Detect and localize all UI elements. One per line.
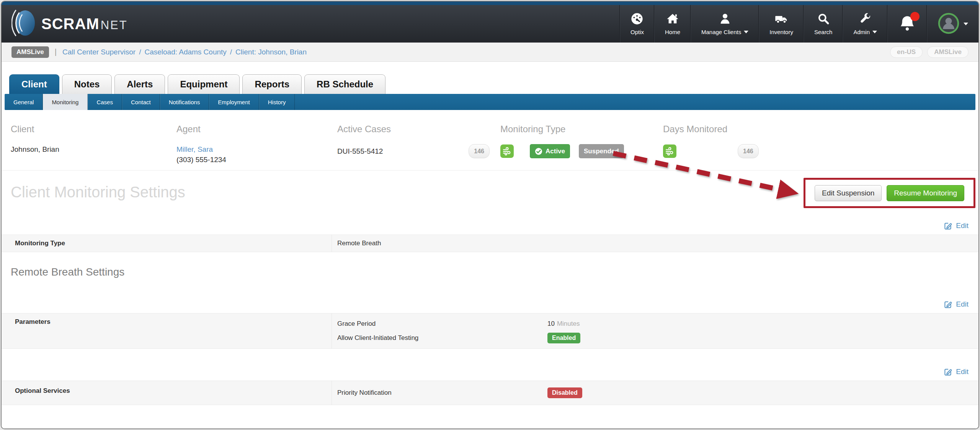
status-badge-suspended: Suspended xyxy=(579,144,624,158)
nav-notifications[interactable] xyxy=(887,5,927,43)
person-icon xyxy=(719,13,731,26)
tab-equipment[interactable]: Equipment xyxy=(168,74,240,94)
priority-notification-label: Priority Notification xyxy=(337,389,547,397)
case-count-badge: 146 xyxy=(469,144,490,158)
client-name: Johnson, Brian xyxy=(11,144,176,154)
scramnet-logo-icon xyxy=(11,8,36,39)
agent-name-link[interactable]: Miller, Sara xyxy=(176,145,213,153)
tab-client[interactable]: Client xyxy=(9,74,59,94)
active-cases-label: Active Cases xyxy=(337,124,500,135)
caret-down-icon xyxy=(872,31,877,33)
breadcrumb: Call Center Supervisor / Caseload: Adams… xyxy=(62,48,307,56)
suspension-actions-callout: Edit Suspension Resume Monitoring xyxy=(804,178,975,208)
tab-alerts[interactable]: Alerts xyxy=(114,74,165,94)
monitoring-type-row: Monitoring Type Remote Breath xyxy=(2,235,978,252)
optional-services-row: Optional Services Priority Notification … xyxy=(2,381,978,405)
remote-breath-icon xyxy=(663,144,676,158)
edit-pencil-icon xyxy=(944,368,952,376)
edit-parameters-link[interactable]: Edit xyxy=(944,300,969,309)
main-content: Client Notes Alerts Equipment Reports RB… xyxy=(2,62,978,428)
tab-reports[interactable]: Reports xyxy=(242,74,302,94)
subtab-monitoring[interactable]: Monitoring xyxy=(43,94,88,110)
nav-search[interactable]: Search xyxy=(804,5,843,43)
nav-optix[interactable]: Optix xyxy=(620,5,654,43)
monitoring-type-row-label: Monitoring Type xyxy=(2,235,332,252)
enabled-badge: Enabled xyxy=(547,333,580,343)
top-navbar: SCRAMNET Optix Home xyxy=(2,5,978,43)
remote-breath-settings-title: Remote Breath Settings xyxy=(11,265,978,279)
resume-monitoring-button[interactable]: Resume Monitoring xyxy=(887,185,964,201)
nav-account-menu[interactable] xyxy=(927,5,978,43)
client-initiated-testing-label: Allow Client-Initiated Testing xyxy=(337,334,547,342)
gauge-icon xyxy=(631,13,643,26)
search-icon xyxy=(817,13,830,26)
page-frame: SCRAMNET Optix Home xyxy=(1,1,979,429)
edit-optional-services-link[interactable]: Edit xyxy=(944,368,969,376)
subtab-contact[interactable]: Contact xyxy=(122,94,160,110)
disabled-badge: Disabled xyxy=(547,387,582,398)
subtab-employment[interactable]: Employment xyxy=(209,94,259,110)
nav-manage-clients[interactable]: Manage Clients xyxy=(691,5,759,43)
optional-services-row-label: Optional Services xyxy=(2,381,332,405)
home-icon xyxy=(666,13,679,26)
breadcrumb-link-supervisor[interactable]: Call Center Supervisor xyxy=(62,48,136,56)
subtab-notifications[interactable]: Notifications xyxy=(160,94,209,110)
top-nav: Optix Home Manage Clients Inventory xyxy=(620,5,978,43)
main-tabs: Client Notes Alerts Equipment Reports RB… xyxy=(2,62,978,94)
site-badge: AMSLive xyxy=(927,46,969,58)
client-info-band: Client Johnson, Brian Agent Miller, Sara… xyxy=(2,110,978,171)
edit-pencil-icon xyxy=(944,300,952,309)
caret-down-icon xyxy=(964,23,968,25)
wrench-icon xyxy=(859,13,871,26)
remote-breath-icon xyxy=(500,144,514,158)
scramnet-wordmark: SCRAMNET xyxy=(41,15,128,33)
avatar-icon xyxy=(938,12,960,36)
nav-admin[interactable]: Admin xyxy=(843,5,887,43)
tab-rb-schedule[interactable]: RB Schedule xyxy=(304,74,385,94)
agent-phone: (303) 555-1234 xyxy=(176,156,226,164)
status-badge-active: Active xyxy=(530,144,570,158)
days-monitored-label: Days Monitored xyxy=(663,124,978,135)
client-subnav: General Monitoring Cases Contact Notific… xyxy=(5,94,975,110)
monitoring-type-value: Remote Breath xyxy=(332,235,978,252)
caret-down-icon xyxy=(744,31,748,33)
edit-suspension-button[interactable]: Edit Suspension xyxy=(815,185,882,201)
environment-badge: AMSLive xyxy=(11,46,49,58)
check-circle-icon xyxy=(535,148,542,155)
grace-period-label: Grace Period xyxy=(337,320,547,328)
top-accent-strip xyxy=(2,2,978,5)
nav-inventory[interactable]: Inventory xyxy=(759,5,804,43)
scramnet-logo: SCRAMNET xyxy=(11,5,128,43)
bell-icon xyxy=(898,14,916,34)
days-count-badge: 146 xyxy=(738,144,759,158)
edit-pencil-icon xyxy=(944,222,952,230)
subtab-history[interactable]: History xyxy=(259,94,295,110)
monitoring-type-label: Monitoring Type xyxy=(500,124,663,135)
parameters-row-label: Parameters xyxy=(2,313,332,348)
nav-home[interactable]: Home xyxy=(654,5,691,43)
breadcrumb-bar: AMSLive | Call Center Supervisor / Casel… xyxy=(2,43,978,62)
locale-badge: en-US xyxy=(890,46,923,58)
edit-monitoring-type-link[interactable]: Edit xyxy=(944,222,969,230)
subtab-cases[interactable]: Cases xyxy=(88,94,122,110)
breadcrumb-link-caseload[interactable]: Caseload: Adams County xyxy=(144,48,226,56)
breadcrumb-link-client[interactable]: Client: Johnson, Brian xyxy=(235,48,307,56)
truck-icon xyxy=(775,13,788,26)
grace-period-value: 10Minutes xyxy=(547,320,580,328)
case-number: DUI-555-5412 xyxy=(337,146,383,156)
subtab-general[interactable]: General xyxy=(5,94,43,110)
client-label: Client xyxy=(11,124,176,135)
tab-notes[interactable]: Notes xyxy=(62,74,112,94)
parameters-row: Parameters Grace Period 10Minutes Allow … xyxy=(2,313,978,349)
notification-badge-dot xyxy=(910,12,920,21)
agent-label: Agent xyxy=(176,124,337,135)
